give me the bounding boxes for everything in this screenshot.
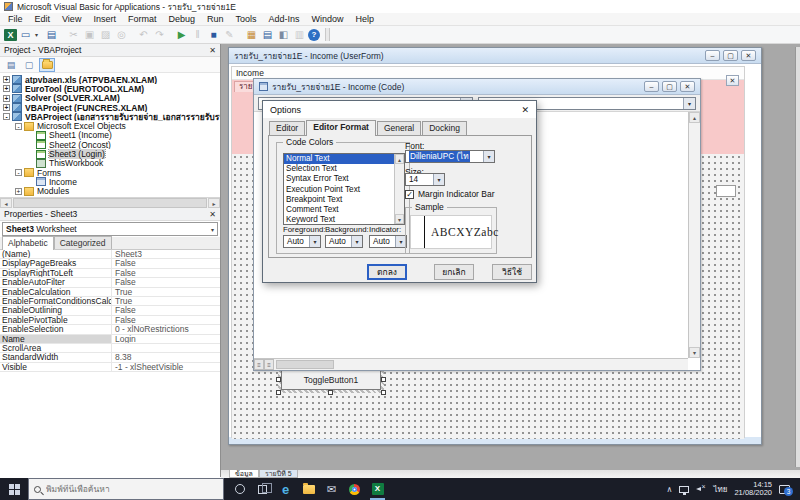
form-textbox-control[interactable]: [716, 185, 736, 197]
property-value[interactable]: False: [112, 259, 220, 267]
tree-item-thisworkbook[interactable]: ThisWorkbook: [0, 159, 220, 168]
property-value[interactable]: 8.38: [112, 353, 220, 361]
view-object-icon[interactable]: ▢: [21, 58, 37, 72]
background-combo[interactable]: Background:Auto▾: [325, 235, 363, 248]
tab-categorized[interactable]: Categorized: [54, 236, 112, 249]
scroll-left-icon[interactable]: ◂: [0, 198, 12, 208]
minimize-icon[interactable]: –: [705, 50, 720, 61]
tree-item-sheet3-login-[interactable]: Sheet3 (Login): [0, 149, 220, 158]
close-icon[interactable]: ✕: [209, 210, 216, 219]
collapse-icon[interactable]: -: [15, 169, 22, 176]
tree-item-eurotool-eurotool-xlam-[interactable]: +EuroTool (EUROTOOL.XLAM): [0, 84, 220, 93]
redo-icon[interactable]: ↷: [152, 28, 167, 42]
tab-docking[interactable]: Docking: [422, 121, 467, 135]
insert-userform-icon[interactable]: ▭: [18, 28, 33, 42]
expand-icon[interactable]: +: [3, 104, 10, 111]
split-handle-icon[interactable]: ≡: [254, 359, 264, 370]
tab-editor[interactable]: Editor: [269, 121, 305, 135]
menu-help[interactable]: Help: [350, 13, 381, 25]
taskbar-edge-icon[interactable]: e: [274, 478, 297, 500]
property-row-name[interactable]: NameLogin: [0, 335, 220, 344]
property-row-displayrighttoleft[interactable]: DisplayRightToLeftFalse: [0, 269, 220, 278]
taskbar-excel-icon[interactable]: X: [366, 478, 389, 500]
menu-tools[interactable]: Tools: [229, 13, 262, 25]
object-browser-icon[interactable]: ◧: [276, 28, 291, 42]
property-row--name-[interactable]: (Name)Sheet3: [0, 250, 220, 259]
property-row-visible[interactable]: Visible-1 - xlSheetVisible: [0, 363, 220, 372]
scroll-down-icon[interactable]: ▾: [689, 347, 700, 358]
scroll-down-icon[interactable]: ▾: [395, 214, 404, 224]
menu-run[interactable]: Run: [201, 13, 230, 25]
scroll-thumb[interactable]: [276, 360, 334, 369]
menu-window[interactable]: Window: [306, 13, 350, 25]
property-value[interactable]: Login: [112, 335, 220, 343]
property-row-displaypagebreaks[interactable]: DisplayPageBreaksFalse: [0, 259, 220, 268]
menu-insert[interactable]: Insert: [87, 13, 122, 25]
size-select[interactable]: 14 ▾: [405, 173, 445, 186]
object-selector[interactable]: Sheet3 Worksheet ▾: [2, 222, 218, 236]
property-row-enableformatconditionscalculation[interactable]: EnableFormatConditionsCalculationTrue: [0, 297, 220, 306]
toolbox-icon[interactable]: ▥: [292, 28, 307, 42]
property-value[interactable]: Sheet3: [112, 250, 220, 258]
expand-icon[interactable]: +: [15, 188, 22, 195]
scroll-thumb[interactable]: [13, 198, 207, 208]
properties-window-icon[interactable]: ▤: [260, 28, 275, 42]
property-value[interactable]: -1 - xlSheetVisible: [112, 363, 220, 371]
find-icon[interactable]: ◎: [114, 28, 129, 42]
paste-icon[interactable]: ▨: [98, 28, 113, 42]
close-icon[interactable]: ✕: [521, 105, 529, 115]
toggle-button-control[interactable]: ToggleButton1: [281, 370, 381, 390]
taskbar-task-view-icon[interactable]: [251, 478, 274, 500]
color-item-comment-text[interactable]: Comment Text: [284, 205, 404, 215]
taskbar-file-explorer-icon[interactable]: [297, 478, 320, 500]
minimize-icon[interactable]: –: [644, 81, 659, 92]
menu-edit[interactable]: Edit: [29, 13, 57, 25]
property-row-standardwidth[interactable]: StandardWidth8.38: [0, 353, 220, 362]
clock[interactable]: 14:15 21/08/2020: [734, 481, 772, 497]
help-button[interactable]: วิธีใช้: [492, 264, 532, 280]
maximize-icon[interactable]: ▢: [662, 81, 677, 92]
excel-view-icon[interactable]: X: [4, 29, 17, 41]
scroll-right-icon[interactable]: ▸: [208, 198, 220, 208]
close-icon[interactable]: ✕: [209, 46, 216, 55]
color-item-execution-point-text[interactable]: Execution Point Text: [284, 185, 404, 195]
undo-icon[interactable]: ↶: [136, 28, 151, 42]
color-item-normal-text[interactable]: Normal Text: [284, 154, 404, 164]
tab-general[interactable]: General: [377, 121, 421, 135]
insert-userform-icon-dropdown[interactable]: ▾: [35, 31, 38, 38]
tree-item-vbaproject-funcres-xlam-[interactable]: +VBAProject (FUNCRES.XLAM): [0, 103, 220, 112]
scroll-up-icon[interactable]: ▴: [395, 154, 404, 164]
property-value[interactable]: True: [112, 288, 220, 296]
menu-format[interactable]: Format: [122, 13, 163, 25]
taskbar-chrome-icon[interactable]: [343, 478, 366, 500]
property-row-enablepivottable[interactable]: EnablePivotTableFalse: [0, 316, 220, 325]
font-select[interactable]: DilleniaUPC (ไท ▾: [405, 150, 495, 163]
help-icon[interactable]: ?: [308, 29, 320, 41]
list-vscrollbar[interactable]: ▴ ▾: [394, 154, 404, 224]
code-hscrollbar[interactable]: ≡ ≡: [254, 358, 688, 370]
close-icon[interactable]: ✕: [741, 50, 756, 61]
collapse-icon[interactable]: -: [3, 113, 10, 120]
excel-sheet-tab[interactable]: ข้อมูล: [229, 470, 259, 478]
volume-muted-icon[interactable]: [696, 485, 706, 493]
copy-icon[interactable]: ▣: [82, 28, 97, 42]
design-mode-icon[interactable]: ✎: [222, 28, 237, 42]
tree-item-income[interactable]: Income: [0, 177, 220, 186]
expand-icon[interactable]: +: [3, 76, 10, 83]
ok-button[interactable]: ตกลง: [367, 264, 407, 280]
tab-alphabetic[interactable]: Alphabetic: [2, 236, 54, 250]
excel-sheet-tab[interactable]: รายปีที่ 5: [259, 470, 298, 478]
project-explorer-icon[interactable]: ▦: [244, 28, 259, 42]
property-value[interactable]: True: [112, 297, 220, 305]
expand-icon[interactable]: +: [3, 95, 10, 102]
taskbar-mail-icon[interactable]: ✉: [320, 478, 343, 500]
property-row-enableautofilter[interactable]: EnableAutoFilterFalse: [0, 278, 220, 287]
taskbar-search[interactable]: [28, 478, 224, 500]
close-icon[interactable]: ✕: [680, 81, 695, 92]
tree-item-forms[interactable]: -Forms: [0, 168, 220, 177]
property-row-enableoutlining[interactable]: EnableOutliningFalse: [0, 306, 220, 315]
margin-indicator-checkbox[interactable]: ✓: [405, 190, 414, 199]
property-value[interactable]: 0 - xlNoRestrictions: [112, 325, 220, 333]
network-icon[interactable]: [679, 486, 689, 493]
tree-item-modules[interactable]: +Modules: [0, 187, 220, 196]
